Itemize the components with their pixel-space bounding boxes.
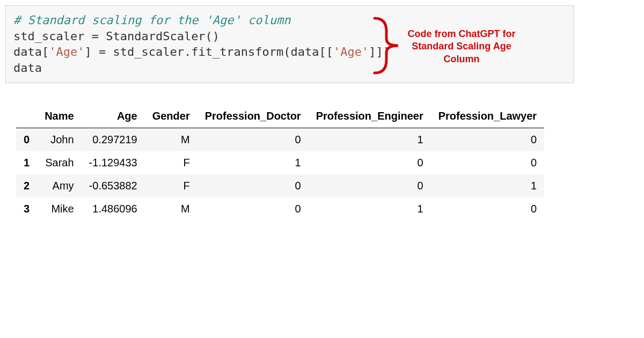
code-text: std_scaler = StandardScaler() — [13, 30, 219, 43]
cell-prof-doc: 0 — [197, 174, 309, 197]
table-row: 1 Sarah -1.129433 F 1 0 0 — [16, 151, 544, 174]
table-header-row: Name Age Gender Profession_Doctor Profes… — [16, 105, 544, 128]
cell-name: John — [37, 128, 81, 151]
code-text: data[ — [13, 45, 49, 58]
code-line-1: # Standard scaling for the 'Age' column — [13, 12, 566, 28]
cell-age: 0.297219 — [82, 128, 145, 151]
cell-gender: F — [145, 174, 197, 197]
cell-name: Sarah — [37, 151, 81, 174]
table-row: 0 John 0.297219 M 0 1 0 — [16, 128, 544, 151]
col-header-index — [16, 105, 37, 128]
cell-gender: F — [145, 151, 197, 174]
cell-prof-eng: 0 — [309, 174, 431, 197]
cell-index: 0 — [16, 128, 37, 151]
cell-prof-eng: 1 — [309, 197, 431, 221]
col-header-prof-law: Profession_Lawyer — [431, 105, 544, 128]
brace-right-icon — [370, 16, 402, 75]
code-string: 'Age' — [49, 45, 84, 58]
cell-prof-doc: 1 — [197, 151, 309, 174]
cell-index: 2 — [16, 174, 37, 197]
cell-age: -0.653882 — [82, 174, 145, 197]
cell-index: 3 — [16, 197, 37, 221]
cell-gender: M — [145, 128, 197, 151]
code-comment: # Standard scaling for the 'Age' column — [13, 13, 291, 27]
cell-prof-law: 0 — [431, 151, 544, 174]
col-header-prof-eng: Profession_Engineer — [309, 105, 431, 128]
cell-prof-doc: 0 — [197, 128, 309, 151]
cell-age: -1.129433 — [82, 151, 145, 174]
code-text: ] = std_scaler.fit_transform(data[[ — [84, 45, 333, 58]
cell-prof-doc: 0 — [197, 197, 309, 221]
code-string: 'Age' — [333, 45, 369, 58]
cell-prof-law: 1 — [431, 174, 544, 197]
col-header-name: Name — [37, 105, 81, 128]
annotation-code: Code from ChatGPT for Standard Scaling A… — [405, 28, 518, 65]
cell-prof-law: 0 — [431, 128, 544, 151]
table-row: 2 Amy -0.653882 F 0 0 1 — [16, 174, 544, 197]
cell-prof-eng: 0 — [309, 151, 431, 174]
cell-prof-law: 0 — [431, 197, 544, 221]
col-header-gender: Gender — [145, 105, 197, 128]
table-row: 3 Mike 1.486096 M 0 1 0 — [16, 197, 544, 221]
cell-name: Mike — [37, 197, 81, 221]
col-header-age: Age — [82, 105, 145, 128]
cell-prof-eng: 1 — [309, 128, 431, 151]
col-header-prof-doc: Profession_Doctor — [197, 105, 309, 128]
cell-age: 1.486096 — [82, 197, 145, 221]
cell-index: 1 — [16, 151, 37, 174]
output-section: Name Age Gender Profession_Doctor Profes… — [16, 105, 639, 221]
code-text: data — [13, 61, 42, 75]
code-section: # Standard scaling for the 'Age' column … — [5, 5, 639, 83]
cell-gender: M — [145, 197, 197, 221]
dataframe-table: Name Age Gender Profession_Doctor Profes… — [16, 105, 544, 221]
cell-name: Amy — [37, 174, 81, 197]
